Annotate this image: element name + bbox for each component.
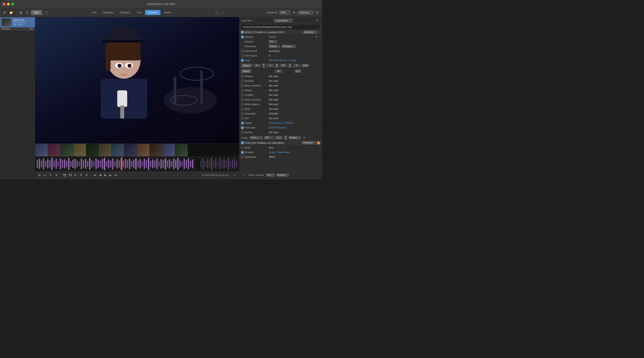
tab-info[interactable]: Info [90, 10, 100, 15]
crop-right-down[interactable]: ▼ [288, 66, 292, 68]
deshake-options[interactable]: ⋮ [318, 80, 320, 82]
add-btn[interactable]: ＋ [221, 10, 226, 15]
codec-preset-select[interactable]: Medium Fast Slow [288, 136, 301, 139]
crop-bottom-input[interactable] [293, 64, 300, 67]
unsharp-options[interactable]: ⋮ [318, 94, 320, 96]
add-marker-btn[interactable]: ＋ [232, 173, 237, 177]
bit-depth-checkbox[interactable]: ✓ [241, 151, 244, 154]
overlay-checkbox[interactable] [241, 131, 244, 134]
quality-down-btn[interactable]: ▼ [284, 138, 287, 140]
delay-checkbox[interactable] [241, 146, 244, 149]
crop-left-down[interactable]: ▼ [262, 66, 265, 68]
unlimited-select[interactable]: Unlimited [298, 11, 314, 15]
maximize-button[interactable] [11, 3, 14, 6]
next-frame-btn[interactable]: ▶ [108, 173, 112, 177]
detect-btn[interactable]: Detect [241, 64, 252, 68]
pixel-format-options[interactable]: ⋮ [318, 50, 320, 52]
color-space-checkbox[interactable] [241, 54, 244, 57]
reset-btn[interactable]: Reset [241, 69, 252, 73]
quality-up-btn[interactable]: ▲ [284, 136, 287, 138]
play-btn[interactable]: ▶ [104, 173, 107, 177]
crop-left-up[interactable]: ▲ [262, 64, 265, 65]
unsharp-checkbox[interactable] [241, 94, 244, 96]
tab-trim[interactable]: Trim [134, 10, 145, 15]
crop-top-input[interactable] [266, 64, 274, 67]
video-undefined-select[interactable]: Undefined [303, 31, 318, 34]
select-streams-select[interactable]: One All [266, 173, 275, 177]
language-select[interactable]: Russian English [276, 173, 289, 177]
rotation-options[interactable]: ⋮ [318, 75, 320, 78]
folder-btn[interactable]: 📁 [8, 10, 14, 15]
crop-checkbox[interactable]: ✓ [241, 59, 244, 62]
crop-top-down[interactable]: ▼ [275, 66, 278, 68]
samplerate-checkbox[interactable] [241, 156, 244, 158]
start-button[interactable]: Start [31, 10, 42, 15]
audio-stream-checkbox[interactable]: ✓ [241, 141, 244, 144]
resolution-checkbox[interactable] [241, 112, 244, 115]
deshake-checkbox[interactable] [241, 80, 244, 82]
resolution-options[interactable]: ⋮ [318, 113, 320, 115]
crop-options[interactable]: ⋮ [318, 59, 320, 62]
minimize-button[interactable] [7, 3, 10, 6]
deinterlace-select[interactable]: NNEDI [268, 45, 280, 48]
save-location-select[interactable]: In the folder [274, 19, 292, 23]
pixel-format-checkbox[interactable] [241, 50, 244, 52]
close-button[interactable] [3, 3, 6, 6]
delogo-options[interactable]: ⋮ [318, 89, 320, 92]
codec-quality-input[interactable] [274, 136, 283, 139]
tab-chapters[interactable]: Chapters [117, 10, 133, 15]
settings-btn[interactable]: ⬛ [44, 10, 49, 15]
noise-reduction-options[interactable]: ⋮ [318, 85, 320, 87]
noise-checkbox[interactable] [241, 108, 244, 110]
color-correction-options[interactable]: ⋮ [318, 99, 320, 101]
codec-settings-btn[interactable]: ⚙ [302, 136, 306, 140]
color-space-options[interactable]: ⋮ [318, 55, 320, 57]
overlay-options[interactable]: ⋮ [318, 131, 320, 133]
interlace-options[interactable]: ⋮ [318, 36, 320, 38]
audio-undefined-select[interactable]: Undefined [302, 141, 316, 144]
samplerate-options[interactable]: ⋮ [318, 156, 320, 158]
ratio-16-9-btn[interactable]: 16:9 [302, 64, 309, 67]
streams-add-btn[interactable]: ＋ [242, 172, 246, 177]
preview-btn[interactable]: ⬛ [214, 10, 220, 15]
noise-reduction-checkbox[interactable] [241, 84, 244, 87]
delete-btn[interactable]: 🗑 [18, 10, 24, 15]
global-settings-btn[interactable]: ⚙ [315, 10, 320, 15]
tab-status[interactable]: Status [161, 10, 174, 15]
interlace-eye-icon[interactable]: 👁 [315, 36, 318, 39]
interlace-tff-select[interactable]: TFF BFF [268, 40, 277, 43]
crop-right-up[interactable]: ▲ [288, 64, 292, 65]
codec-mode-select[interactable]: CRF VBR CBR [264, 136, 273, 139]
crop-extra-input[interactable] [275, 70, 282, 73]
grid2-icon-btn[interactable]: ⊞ [73, 173, 77, 177]
bit-depth-options[interactable]: ⋮ [318, 151, 320, 153]
view-icon-btn[interactable]: 👁 [48, 173, 53, 177]
crop-right-input[interactable] [280, 64, 287, 67]
prev-frame-btn[interactable]: ◀ [98, 173, 102, 177]
tab-metadata[interactable]: Metadata [100, 10, 116, 15]
list-btn[interactable]: ☰ [25, 10, 30, 15]
noise-options[interactable]: ⋮ [318, 108, 320, 110]
pad-checkbox[interactable] [241, 117, 244, 120]
pad-options[interactable]: ⋮ [318, 117, 320, 120]
film-icon-btn[interactable]: 🎞 [68, 173, 72, 177]
goto-end-btn[interactable]: ⏭ [114, 173, 118, 177]
ratio-4-3-btn[interactable]: 4:3 [295, 70, 301, 73]
goto-start-btn[interactable]: ⏮ [93, 173, 97, 177]
delogo-checkbox[interactable] [241, 89, 244, 92]
save-location-btn[interactable]: ⬛ [314, 19, 320, 23]
deinterlace-frames-select[interactable]: All frames [282, 45, 296, 48]
grid-icon-btn[interactable]: ⊞ [37, 173, 41, 177]
container-settings-btn[interactable]: ⚙ [292, 10, 296, 15]
video-stream-options[interactable]: ⋮ [318, 31, 320, 33]
file-item[interactable]: Japan.vob 00:04:08.249 280.22mb [0, 17, 35, 27]
import-icon-btn[interactable]: ⬆ [85, 173, 89, 177]
framerate-options[interactable]: ⋮ [318, 127, 320, 129]
aspect-checkbox[interactable]: ✓ [241, 122, 244, 124]
grid-view-btn[interactable]: ⊞ [2, 10, 7, 15]
snap-icon-btn[interactable]: 📷 [62, 173, 67, 177]
crop-top-up[interactable]: ▲ [275, 64, 278, 65]
white-balance-options[interactable]: ⋮ [318, 103, 320, 106]
delay-options[interactable]: ⋮ [318, 146, 320, 149]
rotation-checkbox[interactable] [241, 75, 244, 78]
